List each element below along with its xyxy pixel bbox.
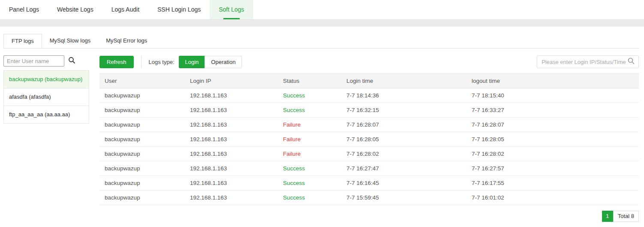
table-row: backupwazup 192.168.1.163 Failure 7-7 16… — [99, 147, 639, 161]
cell-login-ip: 192.168.1.163 — [185, 88, 278, 103]
logs-search-box — [537, 55, 639, 68]
tab-ssh-login-logs[interactable]: SSH Login Logs — [148, 0, 210, 19]
cell-logout-time: 7-7 16:27:57 — [466, 161, 639, 176]
cell-user: backupwazup — [99, 132, 185, 147]
cell-login-ip: 192.168.1.163 — [185, 118, 278, 132]
table-row: backupwazup 192.168.1.163 Success 7-7 16… — [99, 176, 639, 191]
sub-tab-bar: FTP logs MySql Slow logs MySql Error log… — [3, 34, 639, 48]
cell-user: backupwazup — [99, 161, 185, 176]
cell-login-time: 7-7 18:14:36 — [341, 88, 466, 103]
user-search-button[interactable] — [67, 57, 76, 65]
page-background-band — [0, 20, 644, 27]
cell-user: backupwazup — [99, 88, 185, 103]
logs-type-login-button[interactable]: Login — [179, 56, 205, 68]
cell-login-time: 7-7 16:28:07 — [341, 118, 466, 132]
cell-login-time: 7-7 16:27:47 — [341, 161, 466, 176]
user-search-input[interactable] — [3, 55, 64, 67]
user-search-row — [3, 55, 89, 67]
cell-login-ip: 192.168.1.163 — [185, 191, 278, 205]
col-header-logout-time: logout time — [466, 74, 639, 88]
cell-logout-time: 7-7 16:28:02 — [466, 147, 639, 161]
status-badge: Success — [283, 107, 305, 113]
cell-user: backupwazup — [99, 191, 185, 205]
subtab-mysql-slow-logs[interactable]: MySql Slow logs — [42, 34, 98, 48]
cell-login-time: 7-7 16:16:45 — [341, 176, 466, 191]
subtab-ftp-logs[interactable]: FTP logs — [3, 34, 42, 48]
status-badge: Success — [283, 165, 305, 172]
cell-login-time: 7-7 16:28:05 — [341, 132, 466, 147]
cell-user: backupwazup — [99, 103, 185, 118]
cell-logout-time: 7-7 16:28:07 — [466, 118, 639, 132]
logs-main: Refresh Logs type: Login Operation — [99, 55, 639, 222]
table-row: backupwazup 192.168.1.163 Failure 7-7 16… — [99, 132, 639, 147]
cell-logout-time: 7-7 18:15:40 — [466, 88, 639, 103]
ftp-logs-table: User Login IP Status Login time logout t… — [99, 73, 639, 205]
refresh-button[interactable]: Refresh — [99, 56, 134, 68]
tab-website-logs[interactable]: Website Logs — [48, 0, 102, 19]
cell-login-time: 7-7 16:28:02 — [341, 147, 466, 161]
tab-soft-logs[interactable]: Soft Logs — [210, 0, 253, 19]
status-badge: Success — [283, 194, 305, 201]
cell-logout-time: 7-7 16:28:05 — [466, 132, 639, 147]
cell-login-time: 7-7 16:32:15 — [341, 103, 466, 118]
tab-panel-logs[interactable]: Panel Logs — [0, 0, 48, 19]
ftp-user-list: backupwazup (backupwazup) afasdfa (afasd… — [3, 70, 89, 124]
cell-logout-time: 7-7 16:17:55 — [466, 176, 639, 191]
table-row: backupwazup 192.168.1.163 Failure 7-7 16… — [99, 118, 639, 132]
status-badge: Failure — [283, 151, 301, 157]
subtab-mysql-error-logs[interactable]: MySql Error logs — [98, 34, 155, 48]
pagination-total: Total 8 — [613, 211, 639, 222]
cell-logout-time: 7-7 16:01:02 — [466, 191, 639, 205]
status-badge: Success — [283, 180, 305, 186]
col-header-login-ip: Login IP — [185, 74, 278, 88]
cell-user: backupwazup — [99, 176, 185, 191]
cell-login-ip: 192.168.1.163 — [185, 147, 278, 161]
table-row: backupwazup 192.168.1.163 Success 7-7 16… — [99, 103, 639, 118]
logs-type-label: Logs type: — [149, 59, 175, 65]
cell-user: backupwazup — [99, 118, 185, 132]
cell-login-ip: 192.168.1.163 — [185, 161, 278, 176]
table-row: backupwazup 192.168.1.163 Success 7-7 16… — [99, 161, 639, 176]
list-item-user[interactable]: backupwazup (backupwazup) — [4, 71, 89, 88]
cell-login-time: 7-7 15:59:45 — [341, 191, 466, 205]
col-header-login-time: Login time — [341, 74, 466, 88]
col-header-user: User — [99, 74, 185, 88]
pagination: 1 Total 8 — [99, 211, 639, 222]
tab-logs-audit[interactable]: Logs Audit — [102, 0, 148, 19]
cell-login-ip: 192.168.1.163 — [185, 103, 278, 118]
logs-search-input[interactable] — [537, 59, 628, 65]
user-sidebar: backupwazup (backupwazup) afasdfa (afasd… — [3, 55, 89, 124]
search-icon — [68, 57, 75, 65]
table-row: backupwazup 192.168.1.163 Success 7-7 18… — [99, 88, 639, 103]
cell-user: backupwazup — [99, 147, 185, 161]
cell-login-ip: 192.168.1.163 — [185, 176, 278, 191]
status-badge: Failure — [283, 121, 301, 128]
logs-type-operation-button[interactable]: Operation — [205, 56, 242, 68]
pagination-page-1[interactable]: 1 — [602, 211, 613, 222]
soft-logs-panel: FTP logs MySql Slow logs MySql Error log… — [0, 34, 644, 222]
table-row: backupwazup 192.168.1.163 Success 7-7 15… — [99, 191, 639, 205]
col-header-status: Status — [278, 74, 341, 88]
logs-type-toggle: Login Operation — [179, 56, 242, 68]
status-badge: Success — [283, 92, 305, 99]
list-item-user[interactable]: afasdfa (afasdfa) — [4, 88, 89, 106]
status-badge: Failure — [283, 136, 301, 142]
cell-login-ip: 192.168.1.163 — [185, 132, 278, 147]
list-item-user[interactable]: ftp_aa_aa_aa (aa.aa.aa) — [4, 106, 89, 123]
table-header-row: User Login IP Status Login time logout t… — [99, 74, 639, 88]
toolbar-divider — [141, 56, 141, 68]
top-tab-bar: Panel Logs Website Logs Logs Audit SSH L… — [0, 0, 644, 20]
logs-toolbar: Refresh Logs type: Login Operation — [99, 55, 639, 68]
search-icon[interactable] — [628, 58, 635, 66]
cell-logout-time: 7-7 16:33:27 — [466, 103, 639, 118]
